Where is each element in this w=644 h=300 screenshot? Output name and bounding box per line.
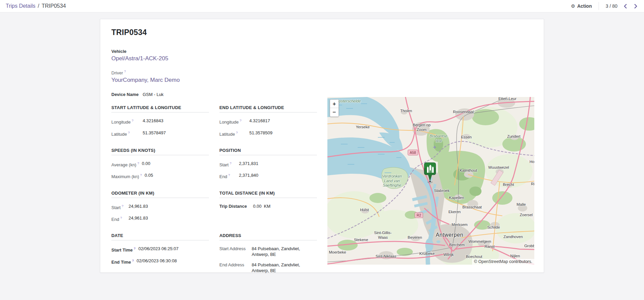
field-device-name-label: Device Name — [111, 92, 143, 97]
openstreetmap-link[interactable]: OpenStreetMap — [478, 259, 508, 264]
field-help-marker: ? — [132, 119, 133, 122]
record-card: TRIP0534 Vehicle Opel/Astra/1-ACK-205 Dr… — [100, 19, 544, 273]
record-title: TRIP0534 — [111, 28, 544, 37]
section-address: ADDRESS Start Address 84 Putsebaan, Zand… — [219, 227, 317, 278]
field-sections: START LATITUDE & LONGITUDE Longitude? 4.… — [111, 99, 317, 278]
section-title: TOTAL DISTANCE (IN KM) — [219, 191, 317, 198]
field-help-marker: ? — [137, 161, 139, 165]
top-bar-right: ⚙ Action 3 / 80 — [571, 2, 638, 10]
section-date: DATE Start Time? 02/06/2023 06:25:07 End… — [111, 227, 209, 278]
section-total-distance: TOTAL DISTANCE (IN KM) Trip Distance 0.0… — [219, 185, 317, 227]
field-help-marker: ? — [240, 119, 241, 122]
field-row: End Time? 02/06/2023 06:30:08 — [111, 258, 209, 265]
field-driver-label: Driver? — [111, 69, 544, 76]
field-row: Maximum (kn)? 0.05 — [111, 172, 209, 179]
field-vehicle-label: Vehicle — [111, 49, 544, 54]
airport-icon: ✈ — [433, 145, 437, 150]
field-vehicle: Vehicle Opel/Astra/1-ACK-205 — [111, 49, 544, 62]
action-button[interactable]: ⚙ Action — [571, 3, 592, 9]
section-title: DATE — [111, 233, 209, 240]
top-bar: Trips Details / TRIP0534 ⚙ Action 3 / 80 — [0, 0, 644, 12]
section-title: ADDRESS — [219, 233, 317, 240]
field-value: 24,961.83 — [129, 215, 148, 222]
field-row: Start Time? 02/06/2023 06:25:07 — [111, 246, 209, 253]
pager-previous-button[interactable] — [623, 3, 628, 9]
field-help-marker: ? — [229, 161, 231, 165]
field-help-marker: ? — [236, 131, 238, 134]
field-help-marker: ? — [124, 69, 126, 73]
section-end-latitude-longitude: END LATITUDE & LONGITUDE Longitude? 4.32… — [219, 99, 317, 142]
field-device-name-value: GSM - Luk — [143, 92, 164, 97]
section-title: SPEEDS (IN KNOTS) — [111, 148, 209, 155]
field-row: Longitude? 4.3216843 — [111, 118, 209, 125]
field-row: Trip Distance 0.00 KM — [219, 203, 317, 209]
field-label: Trip Distance — [219, 203, 253, 209]
field-row: End? 2,371,840 — [219, 172, 317, 179]
map-attribution: © OpenStreetMap contributors. — [472, 259, 534, 265]
gear-icon: ⚙ — [571, 4, 575, 8]
action-button-label: Action — [577, 3, 592, 9]
field-row: End? 24,961.83 — [111, 215, 209, 222]
top-bar-divider — [599, 2, 599, 10]
field-row: Start? 24,961.83 — [111, 203, 209, 210]
field-unit: KM — [264, 203, 271, 209]
section-title: START LATITUDE & LONGITUDE — [111, 105, 209, 112]
field-row: Latitude? 51.3578497 — [111, 130, 209, 137]
field-row: End Address 84 Putsebaan, Zandvliet, Ant… — [219, 262, 317, 273]
field-driver: Driver? YourCompany, Marc Demo — [111, 69, 544, 84]
section-start-latitude-longitude: START LATITUDE & LONGITUDE Longitude? 4.… — [111, 99, 209, 142]
section-title: ODOMETER (IN KM) — [111, 191, 209, 198]
field-value: 02/06/2023 06:25:07 — [138, 246, 178, 253]
field-help-marker: ? — [128, 131, 130, 134]
section-position: POSITION Start? 2,371,831 End? 2,371,840 — [219, 142, 317, 185]
pager: 3 / 80 — [606, 3, 638, 9]
section-title: POSITION — [219, 148, 317, 155]
field-label: End Address — [219, 262, 252, 273]
breadcrumb-separator: / — [38, 3, 39, 9]
field-value: 02/06/2023 06:30:08 — [137, 258, 177, 265]
field-help-marker: ? — [121, 204, 123, 208]
map-canvas[interactable]: ✈ OosterscheldeBrabantse WalVerdronken L — [327, 97, 534, 265]
field-value: 51.3578509 — [249, 130, 273, 137]
section-title: END LATITUDE & LONGITUDE — [219, 105, 317, 112]
attribution-suffix: contributors. — [508, 259, 532, 264]
field-value: 51.3578497 — [143, 130, 166, 137]
section-odometer: ODOMETER (IN KM) Start? 24,961.83 End? 2… — [111, 185, 209, 227]
attribution-prefix: © — [474, 259, 478, 264]
breadcrumb: Trips Details / TRIP0534 — [6, 3, 66, 9]
section-speeds: SPEEDS (IN KNOTS) Average (kn)? 0.00 Max… — [111, 142, 209, 185]
field-value: 4.3216843 — [143, 118, 163, 125]
breadcrumb-parent-link[interactable]: Trips Details — [6, 3, 35, 9]
map-zoom-control: + − — [330, 99, 339, 117]
field-value: 0.00 — [253, 203, 261, 209]
field-value: 24,961.83 — [129, 203, 148, 210]
field-value: 4.3216817 — [249, 118, 270, 125]
pager-value[interactable]: 3 / 80 — [606, 3, 617, 9]
field-value: 84 Putsebaan, Zandvliet, Antwerp, BE — [252, 262, 303, 273]
field-row: Average (kn)? 0.00 — [111, 161, 209, 168]
chevron-right-icon — [634, 4, 638, 8]
field-row: Start Address 84 Putsebaan, Zandvliet, A… — [219, 246, 317, 257]
map-graphics: ✈ — [327, 97, 534, 265]
field-vehicle-value-link[interactable]: Opel/Astra/1-ACK-205 — [111, 55, 544, 62]
field-value: 0.00 — [142, 161, 150, 168]
chevron-left-icon — [623, 4, 627, 8]
field-row: Longitude? 4.3216817 — [219, 118, 317, 125]
field-value: 0.05 — [145, 172, 153, 179]
pager-next-button[interactable] — [633, 3, 638, 9]
field-label: Start Address — [219, 246, 252, 257]
field-help-marker: ? — [134, 246, 136, 250]
field-help-marker: ? — [228, 173, 230, 177]
field-value: 2,371,840 — [239, 172, 258, 179]
field-help-marker: ? — [120, 216, 122, 220]
field-value: 84 Putsebaan, Zandvliet, Antwerp, BE — [252, 246, 303, 257]
field-help-marker: ? — [132, 259, 134, 262]
zoom-out-button[interactable]: − — [330, 108, 338, 116]
zoom-in-button[interactable]: + — [330, 100, 338, 108]
field-row: Start? 2,371,831 — [219, 161, 317, 168]
field-device-name: Device Name GSM - Luk — [111, 92, 544, 97]
field-help-marker: ? — [140, 173, 142, 177]
field-driver-value-link[interactable]: YourCompany, Marc Demo — [111, 76, 544, 84]
field-row: Latitude? 51.3578509 — [219, 130, 317, 137]
breadcrumb-current: TRIP0534 — [42, 3, 66, 9]
